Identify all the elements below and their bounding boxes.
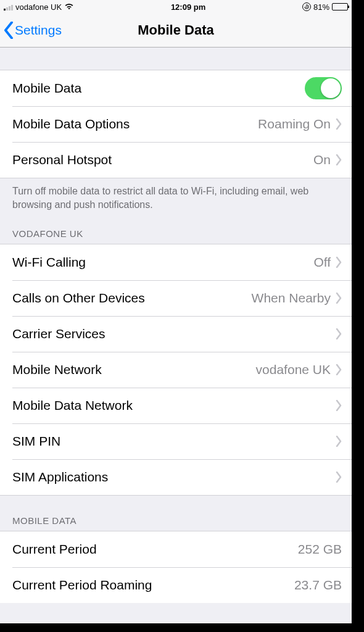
carrier-label: vodafone UK	[15, 2, 62, 12]
row-calls-other-devices[interactable]: Calls on Other Devices When Nearby	[0, 280, 352, 316]
chevron-left-icon	[4, 22, 14, 39]
row-personal-hotspot[interactable]: Personal Hotspot On	[0, 142, 352, 178]
chevron-right-icon	[336, 293, 342, 304]
row-value: When Nearby	[252, 291, 331, 306]
wifi-icon	[64, 2, 74, 12]
row-value: 252 GB	[298, 542, 342, 557]
row-mobile-data-network[interactable]: Mobile Data Network	[0, 388, 352, 423]
row-value: 23.7 GB	[294, 578, 342, 592]
clock: 12:09 pm	[171, 2, 205, 12]
row-label: Wi-Fi Calling	[12, 255, 313, 270]
chevron-right-icon	[336, 364, 342, 375]
section-footer: Turn off mobile data to restrict all dat…	[0, 178, 352, 215]
row-value: On	[313, 152, 331, 167]
row-current-period: Current Period 252 GB	[0, 531, 352, 567]
row-current-period-roaming: Current Period Roaming 23.7 GB	[0, 567, 352, 603]
row-label: Mobile Network	[12, 362, 256, 377]
row-sim-applications[interactable]: SIM Applications	[0, 459, 352, 495]
row-carrier-services[interactable]: Carrier Services	[0, 316, 352, 352]
row-label: SIM Applications	[12, 470, 336, 484]
row-label: Carrier Services	[12, 326, 336, 341]
row-label: SIM PIN	[12, 434, 336, 449]
settings-screen: vodafone UK 12:09 pm 81% Settings Mobile…	[0, 0, 352, 623]
row-value: Off	[313, 255, 331, 270]
battery-icon	[332, 3, 348, 10]
chevron-right-icon	[336, 400, 342, 411]
mobile-data-toggle[interactable]	[305, 77, 342, 99]
section-vodafone: Wi-Fi Calling Off Calls on Other Devices…	[0, 244, 352, 496]
nav-bar: Settings Mobile Data	[0, 14, 352, 48]
signal-icon	[4, 4, 13, 10]
row-label: Personal Hotspot	[12, 152, 313, 167]
row-sim-pin[interactable]: SIM PIN	[0, 423, 352, 459]
row-mobile-data-options[interactable]: Mobile Data Options Roaming On	[0, 106, 352, 142]
section-mobile-data: Mobile Data Mobile Data Options Roaming …	[0, 70, 352, 178]
row-label: Current Period Roaming	[12, 578, 294, 592]
row-value: vodafone UK	[256, 362, 331, 377]
chevron-right-icon	[336, 436, 342, 447]
row-label: Current Period	[12, 542, 298, 557]
row-label: Mobile Data Options	[12, 117, 258, 131]
row-mobile-network[interactable]: Mobile Network vodafone UK	[0, 352, 352, 388]
chevron-right-icon	[336, 328, 342, 339]
chevron-right-icon	[336, 154, 342, 165]
chevron-right-icon	[336, 257, 342, 268]
section-header-vodafone: VODAFONE UK	[0, 215, 352, 244]
chevron-right-icon	[336, 472, 342, 483]
section-usage: Current Period 252 GB Current Period Roa…	[0, 531, 352, 603]
rotation-lock-icon	[302, 2, 311, 11]
back-label: Settings	[15, 23, 62, 38]
back-button[interactable]: Settings	[0, 22, 62, 39]
row-wifi-calling[interactable]: Wi-Fi Calling Off	[0, 244, 352, 280]
svg-rect-0	[306, 6, 307, 7]
section-header-usage: MOBILE DATA	[0, 496, 352, 531]
chevron-right-icon	[336, 118, 342, 130]
row-label: Mobile Data Network	[12, 398, 336, 413]
row-value: Roaming On	[258, 117, 331, 131]
row-mobile-data-toggle[interactable]: Mobile Data	[0, 70, 352, 106]
row-label: Mobile Data	[12, 81, 305, 96]
row-label: Calls on Other Devices	[12, 291, 252, 306]
status-bar: vodafone UK 12:09 pm 81%	[0, 0, 352, 14]
battery-percent: 81%	[313, 2, 329, 12]
